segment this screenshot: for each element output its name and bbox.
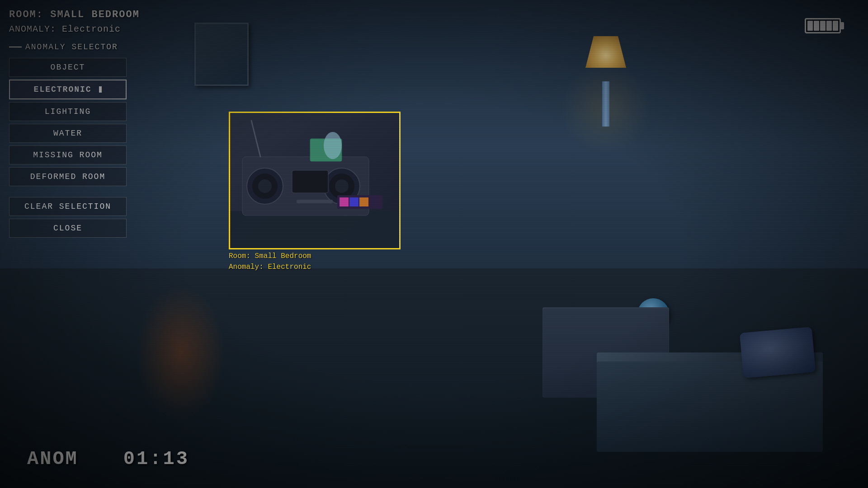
room-label: ROOM: SMALL BEDROOM — [9, 9, 167, 20]
object-button[interactable]: OBJECT — [9, 58, 127, 77]
menu-list: OBJECT ELECTRONIC LIGHTING WATER MISSING… — [9, 58, 167, 186]
picture-frame — [194, 23, 249, 86]
svg-point-12 — [324, 132, 342, 159]
menu-item-lighting: LIGHTING — [9, 102, 167, 121]
menu-item-deformed-room: DEFORMED ROOM — [9, 167, 167, 186]
clear-selection-button[interactable]: CLEAR SELECTION — [9, 197, 127, 216]
svg-rect-11 — [297, 200, 333, 203]
close-button[interactable]: CLOSE — [9, 219, 127, 238]
battery-segment-3 — [820, 21, 826, 31]
battery-segment-4 — [826, 21, 832, 31]
hud-anom-label: ANOM — [27, 448, 78, 470]
tooltip-anomaly: Anomaly: Electronic — [229, 262, 311, 272]
action-buttons: CLEAR SELECTION CLOSE — [9, 197, 167, 238]
electronic-button[interactable]: ELECTRONIC — [9, 80, 127, 99]
battery-body — [805, 18, 841, 33]
svg-line-9 — [251, 121, 260, 157]
lamp-shade — [585, 36, 626, 68]
menu-item-missing-room: MISSING ROOM — [9, 145, 167, 164]
boombox-area — [229, 112, 401, 249]
bottom-hud: ANOM 01:13 — [27, 448, 189, 470]
section-title: ANOMALY SELECTOR — [25, 42, 118, 52]
cursor-indicator — [99, 86, 102, 93]
anomaly-label: ANOMALY: Electronic — [9, 24, 167, 34]
svg-point-7 — [335, 179, 349, 193]
battery-segment-5 — [833, 21, 838, 31]
lamp-base — [602, 81, 609, 127]
deformed-room-button[interactable]: DEFORMED ROOM — [9, 167, 127, 186]
divider-line — [9, 47, 22, 47]
svg-rect-15 — [349, 197, 359, 206]
bed — [597, 325, 823, 452]
boombox-svg — [229, 112, 401, 249]
svg-rect-8 — [292, 170, 328, 193]
missing-room-button[interactable]: MISSING ROOM — [9, 145, 127, 164]
menu-item-water: WATER — [9, 124, 167, 143]
menu-item-electronic: ELECTRONIC — [9, 80, 167, 99]
section-divider: ANOMALY SELECTOR — [9, 42, 167, 52]
battery-indicator — [805, 18, 841, 33]
svg-point-4 — [258, 179, 272, 193]
svg-rect-0 — [229, 211, 401, 249]
hud-timer: 01:13 — [123, 448, 189, 470]
svg-rect-16 — [359, 197, 368, 206]
battery-segment-2 — [814, 21, 819, 31]
bed-body — [597, 361, 823, 452]
selection-tooltip: Room: Small Bedroom Anomaly: Electronic — [229, 251, 311, 272]
tooltip-room: Room: Small Bedroom — [229, 251, 311, 262]
ui-panel: ROOM: SMALL BEDROOM ANOMALY: Electronic … — [0, 0, 176, 307]
menu-item-object: OBJECT — [9, 58, 167, 77]
lighting-button[interactable]: LIGHTING — [9, 102, 127, 121]
battery-segment-1 — [807, 21, 813, 31]
bed-pillow — [740, 327, 816, 378]
svg-rect-14 — [340, 197, 349, 206]
water-button[interactable]: WATER — [9, 124, 127, 143]
lamp — [579, 36, 633, 127]
